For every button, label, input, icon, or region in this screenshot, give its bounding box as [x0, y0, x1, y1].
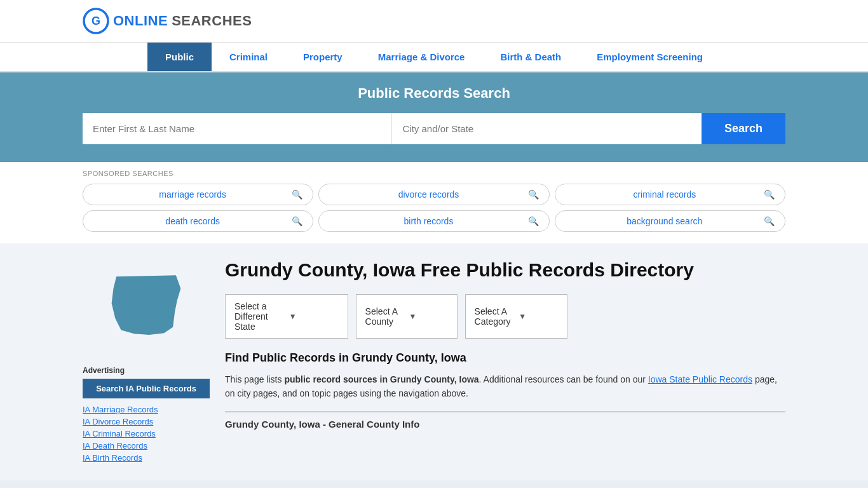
sponsored-item-3[interactable]: death records 🔍	[83, 210, 313, 232]
desc-bold: public record sources in Grundy County, …	[284, 374, 478, 384]
state-map	[83, 259, 210, 356]
county-selector-label: Select A County	[365, 306, 404, 327]
search-icon-4: 🔍	[528, 216, 539, 226]
sponsored-grid: marriage records 🔍 divorce records 🔍 cri…	[83, 184, 785, 232]
sponsored-item-text-3: death records	[93, 216, 292, 226]
nav-item-employment[interactable]: Employment Screening	[579, 43, 721, 71]
sidebar-link-3[interactable]: IA Death Records	[83, 441, 210, 451]
page-title: Grundy County, Iowa Free Public Records …	[225, 259, 785, 281]
sponsored-item-text-5: background search	[566, 216, 764, 226]
logo-icon: G	[83, 8, 109, 34]
iowa-map-svg	[98, 259, 194, 354]
sponsored-section: SPONSORED SEARCHES marriage records 🔍 di…	[0, 162, 868, 243]
sidebar-link-2[interactable]: IA Criminal Records	[83, 429, 210, 438]
sponsored-item-text-4: birth records	[329, 216, 527, 226]
logo-text-searches: SEARCHES	[172, 13, 252, 29]
search-banner: Public Records Search Search	[0, 72, 868, 162]
svg-text:G: G	[92, 15, 100, 27]
sponsored-item-2[interactable]: criminal records 🔍	[555, 184, 785, 205]
desc-part2: . Additional resources can be found on o…	[479, 374, 648, 384]
name-input[interactable]	[83, 113, 392, 144]
search-icon-3: 🔍	[292, 216, 302, 226]
logo[interactable]: G ONLINESEARCHES	[83, 8, 252, 34]
nav-item-public[interactable]: Public	[147, 43, 212, 71]
sponsored-item-1[interactable]: divorce records 🔍	[318, 184, 549, 205]
description-text: This page lists public record sources in…	[225, 372, 785, 401]
sidebar-link-1[interactable]: IA Divorce Records	[83, 417, 210, 426]
category-selector[interactable]: Select A Category ▼	[465, 294, 567, 339]
header: G ONLINESEARCHES	[0, 0, 868, 43]
find-title: Find Public Records in Grundy County, Io…	[225, 351, 785, 365]
search-icon-5: 🔍	[764, 216, 775, 226]
sponsored-label: SPONSORED SEARCHES	[83, 170, 785, 177]
search-icon-1: 🔍	[528, 189, 539, 200]
nav-item-criminal[interactable]: Criminal	[212, 43, 285, 71]
search-icon-0: 🔍	[292, 189, 302, 200]
search-icon-2: 🔍	[764, 189, 775, 200]
main-nav: Public Criminal Property Marriage & Divo…	[0, 43, 868, 72]
search-button[interactable]: Search	[702, 113, 785, 144]
county-chevron-icon: ▼	[409, 312, 448, 321]
category-chevron-icon: ▼	[519, 312, 558, 321]
logo-text-online: ONLINE	[113, 13, 168, 29]
sidebar-link-4[interactable]: IA Birth Records	[83, 453, 210, 463]
nav-item-birth-death[interactable]: Birth & Death	[482, 43, 579, 71]
search-banner-title: Public Records Search	[83, 85, 785, 102]
sponsored-item-text-2: criminal records	[566, 189, 764, 200]
state-selector[interactable]: Select a Different State ▼	[225, 294, 348, 339]
sidebar: Advertising Search IA Public Records IA …	[83, 259, 210, 465]
sponsored-item-0[interactable]: marriage records 🔍	[83, 184, 313, 205]
desc-part1: This page lists	[225, 374, 284, 384]
content-area: Grundy County, Iowa Free Public Records …	[225, 259, 785, 465]
sponsored-item-4[interactable]: birth records 🔍	[318, 210, 549, 232]
search-ia-public-records-btn[interactable]: Search IA Public Records	[83, 379, 210, 398]
sponsored-item-5[interactable]: background search 🔍	[555, 210, 785, 232]
county-info-label: Grundy County, Iowa - General County Inf…	[225, 411, 785, 430]
iowa-state-link[interactable]: Iowa State Public Records	[648, 374, 752, 384]
sponsored-item-text-1: divorce records	[329, 189, 527, 200]
sidebar-link-0[interactable]: IA Marriage Records	[83, 405, 210, 414]
advertising-label: Advertising	[83, 366, 210, 375]
state-selector-label: Select a Different State	[234, 301, 284, 332]
nav-item-marriage-divorce[interactable]: Marriage & Divorce	[360, 43, 483, 71]
location-input[interactable]	[392, 113, 701, 144]
county-selector[interactable]: Select A County ▼	[356, 294, 458, 339]
sponsored-item-text-0: marriage records	[93, 189, 292, 200]
search-form: Search	[83, 113, 785, 144]
nav-item-property[interactable]: Property	[285, 43, 360, 71]
main-content: Advertising Search IA Public Records IA …	[0, 243, 868, 480]
selectors-row: Select a Different State ▼ Select A Coun…	[225, 294, 785, 339]
category-selector-label: Select A Category	[475, 306, 514, 327]
state-chevron-icon: ▼	[289, 312, 339, 321]
